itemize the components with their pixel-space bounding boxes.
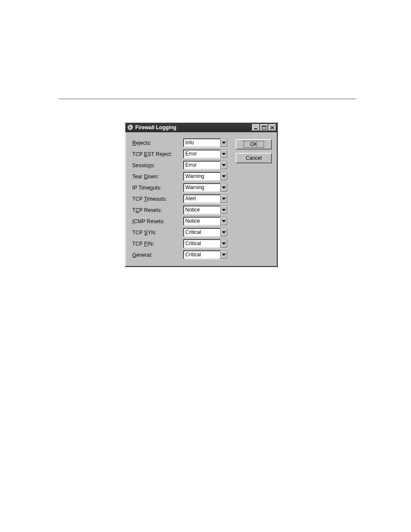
svg-rect-2 — [254, 128, 257, 129]
label-sessions: Sessions: — [132, 162, 183, 168]
field-sessions: Sessions: Error — [132, 161, 228, 170]
ok-button[interactable]: OK — [236, 139, 272, 149]
chevron-down-icon — [220, 228, 227, 236]
buttons-column: OK Cancel — [236, 138, 272, 163]
chevron-down-icon — [220, 195, 227, 203]
button-label: Cancel — [246, 155, 262, 161]
chevron-down-icon — [220, 150, 227, 158]
label-ip-timeouts: IP Timeouts: — [132, 185, 183, 191]
combo-value: Critical — [184, 240, 220, 248]
label-rejects: Rejects: — [132, 140, 183, 146]
button-label: OK — [243, 141, 264, 148]
chevron-down-icon — [220, 206, 227, 214]
titlebar[interactable]: Firewall Logging — [125, 123, 277, 132]
label-tcp-fin: TCP FIN: — [132, 241, 183, 247]
field-general: General: Critical — [132, 250, 228, 259]
combo-tear-down[interactable]: Warning — [183, 172, 228, 181]
label-tcp-resets: TCP Resets: — [132, 207, 183, 213]
minimize-button[interactable] — [252, 124, 260, 131]
chevron-down-icon — [220, 217, 227, 225]
combo-value: Critical — [184, 251, 220, 259]
field-icmp-resets: ICMP Resets: Notice — [132, 217, 228, 226]
field-tcp-timeouts: TCP Timeouts: Alert — [132, 194, 228, 203]
fields-column: Rejects: Info TCP EST Reject: Error Sess… — [132, 138, 228, 259]
combo-icmp-resets[interactable]: Notice — [183, 217, 228, 226]
app-icon — [127, 124, 134, 131]
combo-value: Warning — [184, 184, 220, 192]
combo-value: Error — [184, 150, 220, 158]
combo-tcp-fin[interactable]: Critical — [183, 239, 228, 248]
chevron-down-icon — [220, 172, 227, 180]
label-tcp-est-reject: TCP EST Reject: — [132, 151, 183, 157]
window-title: Firewall Logging — [135, 124, 252, 131]
combo-value: Error — [184, 161, 220, 169]
combo-tcp-resets[interactable]: Notice — [183, 205, 228, 215]
label-tear-down: Tear Down: — [132, 174, 183, 180]
close-button[interactable] — [268, 124, 276, 131]
dialog-client-area: Rejects: Info TCP EST Reject: Error Sess… — [125, 132, 277, 266]
combo-tcp-est-reject[interactable]: Error — [183, 149, 228, 159]
svg-point-1 — [129, 127, 131, 128]
label-tcp-timeouts: TCP Timeouts: — [132, 196, 183, 202]
combo-value: Notice — [184, 206, 220, 214]
combo-ip-timeouts[interactable]: Warning — [183, 183, 228, 192]
combo-value: Notice — [184, 217, 220, 225]
label-general: General: — [132, 252, 183, 258]
field-tcp-fin: TCP FIN: Critical — [132, 239, 228, 248]
field-ip-timeouts: IP Timeouts: Warning — [132, 183, 228, 192]
cancel-button[interactable]: Cancel — [236, 153, 272, 163]
combo-general[interactable]: Critical — [183, 250, 228, 259]
maximize-button[interactable] — [260, 124, 268, 131]
field-tear-down: Tear Down: Warning — [132, 172, 228, 181]
window-controls — [252, 124, 276, 131]
label-icmp-resets: ICMP Resets: — [132, 218, 183, 224]
chevron-down-icon — [220, 184, 227, 192]
combo-sessions[interactable]: Error — [183, 161, 228, 170]
chevron-down-icon — [220, 161, 227, 169]
combo-rejects[interactable]: Info — [183, 138, 228, 147]
chevron-down-icon — [220, 251, 227, 259]
combo-value: Critical — [184, 228, 220, 236]
page-divider — [58, 98, 356, 100]
combo-value: Warning — [184, 172, 220, 180]
chevron-down-icon — [220, 240, 227, 248]
field-tcp-est-reject: TCP EST Reject: Error — [132, 149, 228, 159]
combo-tcp-syn[interactable]: Critical — [183, 228, 228, 237]
combo-value: Alert — [184, 195, 220, 203]
svg-rect-4 — [262, 126, 266, 127]
field-tcp-syn: TCP SYN: Critical — [132, 228, 228, 237]
field-tcp-resets: TCP Resets: Notice — [132, 205, 228, 215]
field-rejects: Rejects: Info — [132, 138, 228, 147]
label-tcp-syn: TCP SYN: — [132, 230, 183, 236]
combo-value: Info — [184, 139, 220, 147]
combo-tcp-timeouts[interactable]: Alert — [183, 194, 228, 203]
dialog-firewall-logging: Firewall Logging Rejects: Info — [125, 122, 278, 267]
chevron-down-icon — [220, 139, 227, 147]
